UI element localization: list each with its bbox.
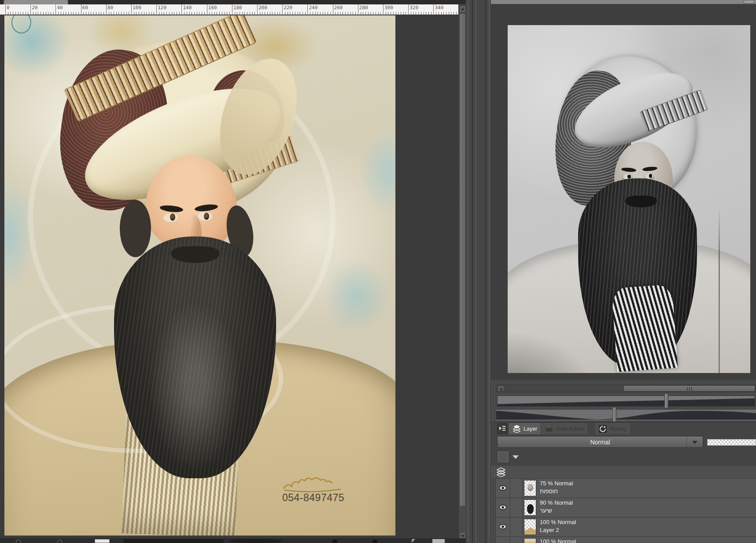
ruler-tick-label: 340 bbox=[435, 5, 443, 11]
scroll-left-button[interactable] bbox=[498, 385, 504, 392]
tab-history[interactable]: History bbox=[594, 422, 631, 435]
blend-mode-dropdown[interactable]: Normal bbox=[497, 436, 703, 448]
reference-photo[interactable] bbox=[508, 25, 750, 373]
layer-opacity-blend: 100 % Normal bbox=[540, 519, 576, 525]
reference-image-view[interactable] bbox=[491, 4, 756, 380]
tab-layer[interactable]: Layer bbox=[508, 422, 542, 435]
ruler-major-tick bbox=[55, 4, 56, 15]
splitter-line bbox=[468, 0, 468, 543]
visibility-toggle[interactable] bbox=[496, 479, 510, 498]
canvas-vertical-scrollbar[interactable] bbox=[458, 4, 466, 543]
vertical-scrollbar-thumb[interactable] bbox=[459, 13, 466, 506]
chevron-down-icon bbox=[513, 455, 519, 459]
toolbar-icon-light-rect[interactable] bbox=[432, 539, 445, 543]
ruler-tick-label: 80 bbox=[107, 5, 113, 11]
ruler-tick-label: 320 bbox=[409, 5, 418, 11]
layer-color-swatch[interactable] bbox=[497, 451, 509, 463]
clapperboard-icon bbox=[545, 425, 553, 432]
pane-splitter[interactable] bbox=[466, 0, 491, 543]
ruler-tick-label: 100 bbox=[133, 5, 141, 11]
ruler-tick-label: 220 bbox=[284, 5, 292, 11]
toolbar-slider-1[interactable] bbox=[123, 539, 224, 543]
painting-sideburn-left bbox=[120, 200, 151, 257]
subview-title-bar bbox=[491, 0, 756, 4]
toolbar-slider-2[interactable] bbox=[229, 539, 282, 543]
lock-cell[interactable] bbox=[510, 498, 523, 517]
lock-cell[interactable] bbox=[510, 479, 523, 498]
ruler-major-tick bbox=[5, 4, 6, 15]
ruler-major-tick bbox=[30, 4, 31, 15]
layers-icon bbox=[513, 425, 521, 433]
toolbar-icon-dot-1[interactable] bbox=[332, 539, 337, 543]
visibility-toggle[interactable] bbox=[496, 498, 510, 517]
ruler-major-tick bbox=[106, 4, 107, 15]
layer-text: 90 % Normal שיער bbox=[540, 499, 573, 515]
ruler-tick-label: 0 bbox=[7, 5, 10, 11]
subview-zoom-slider[interactable] bbox=[497, 395, 755, 406]
ruler-tick-label: 280 bbox=[359, 5, 368, 11]
opacity-slider-checkerboard[interactable] bbox=[707, 439, 756, 446]
layer-thumbnail[interactable] bbox=[524, 499, 536, 516]
ruler-major-tick bbox=[207, 4, 207, 15]
layer-text: 100 % Normal Layer 2 bbox=[540, 518, 576, 534]
layer-row-4[interactable]: 100 % Normal bbox=[496, 537, 756, 543]
layer-opacity-blend: 75 % Normal bbox=[540, 480, 573, 487]
lock-cell[interactable] bbox=[510, 517, 523, 536]
photo-iris-right bbox=[649, 174, 653, 178]
layers-stack-icon[interactable] bbox=[496, 467, 506, 477]
layer-palette-toolbar bbox=[491, 465, 756, 479]
lock-cell[interactable] bbox=[510, 537, 523, 543]
visibility-toggle[interactable] bbox=[496, 517, 510, 536]
layer-text: 100 % Normal bbox=[540, 538, 576, 543]
ruler-tick-label: 140 bbox=[183, 5, 192, 11]
ruler-tick-label: 20 bbox=[32, 5, 37, 11]
watermark-phone-number: 054-8497475 bbox=[262, 492, 364, 504]
thumbnail-content bbox=[527, 484, 533, 491]
ruler-tick-label: 40 bbox=[57, 5, 63, 11]
ruler-major-tick bbox=[156, 4, 157, 15]
photo-striped-shawl bbox=[612, 284, 678, 372]
layer-row-2[interactable]: 90 % Normal שיער bbox=[496, 498, 756, 517]
document-tab[interactable] bbox=[4, 0, 68, 4]
zoom-slider-handle[interactable] bbox=[664, 393, 668, 408]
painting-moustache bbox=[171, 246, 219, 263]
tab-auto-action[interactable]: Auto Action bbox=[541, 422, 588, 435]
subview-horizontal-scrollbar[interactable] bbox=[496, 384, 756, 392]
layer-thumbnail[interactable] bbox=[524, 538, 536, 543]
palette-menu-button[interactable] bbox=[497, 423, 507, 434]
subview-corner-button[interactable] bbox=[744, 0, 754, 4]
toolbar-icon-dot-2[interactable] bbox=[372, 539, 377, 543]
subview-rotate-slider[interactable] bbox=[496, 409, 756, 421]
visibility-toggle[interactable] bbox=[496, 537, 510, 543]
chevron-down-icon bbox=[692, 441, 697, 444]
palette-tab-bar: Layer Auto Action History bbox=[491, 422, 756, 435]
photo-corner-shadow bbox=[508, 331, 595, 373]
ruler-tick-label: 180 bbox=[233, 5, 242, 11]
painting-iris-right bbox=[204, 213, 209, 220]
layer-row-3[interactable]: 100 % Normal Layer 2 bbox=[496, 517, 756, 537]
ruler-major-tick bbox=[358, 4, 358, 15]
layer-thumbnail[interactable] bbox=[524, 480, 536, 496]
paint-app-window: 0204060801001201401601802002202402602803… bbox=[0, 0, 756, 543]
ruler-major-tick bbox=[257, 4, 258, 15]
document-tab-strip bbox=[0, 0, 466, 4]
arrow-down-icon bbox=[461, 535, 465, 537]
layer-name: תוספות bbox=[540, 488, 573, 495]
tab-layer-label: Layer bbox=[524, 426, 537, 432]
toolbar-icon-circle-2[interactable] bbox=[57, 539, 62, 543]
thumbnail-content bbox=[524, 528, 536, 535]
rotate-slider-handle[interactable] bbox=[612, 407, 616, 422]
ruler-major-tick bbox=[282, 4, 283, 15]
scroll-up-button[interactable] bbox=[459, 5, 466, 13]
toolbar-icon-swatch[interactable] bbox=[95, 539, 110, 543]
history-icon bbox=[599, 425, 607, 433]
layer-thumbnail[interactable] bbox=[524, 519, 536, 535]
canvas-surface-painting[interactable]: 054-8497475 bbox=[4, 15, 395, 536]
layer-row-1[interactable]: 75 % Normal תוספות bbox=[496, 479, 756, 498]
horizontal-scrollbar-thumb[interactable] bbox=[623, 385, 755, 392]
sub-view-panel: Layer Auto Action History bbox=[491, 0, 756, 543]
toolbar-pen-icon[interactable] bbox=[412, 539, 416, 543]
toolbar-icon-circle-1[interactable] bbox=[16, 539, 21, 543]
swatch-dropdown-button[interactable] bbox=[511, 454, 520, 461]
photo-iris-left bbox=[627, 175, 631, 179]
